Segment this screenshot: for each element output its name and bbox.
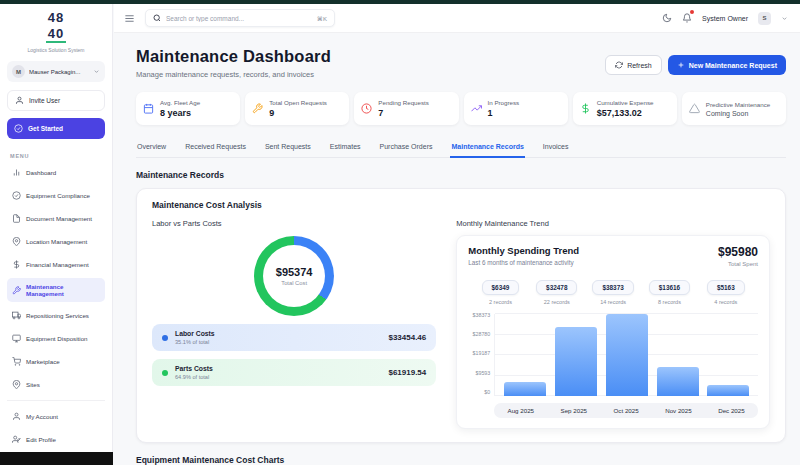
sidebar-item-label: Maintenance Management <box>26 283 100 297</box>
sidebar-item-repositioning-services[interactable]: Repositioning Services <box>7 306 105 325</box>
sidebar: 48 40 Logistics Solution System M Mauser… <box>0 4 113 465</box>
labor-legend-dot <box>162 335 168 341</box>
sidebar-item-sites[interactable]: Sites <box>7 375 105 394</box>
new-request-label: New Maintenance Request <box>689 62 777 69</box>
user-icon <box>15 96 24 105</box>
bar-aug-2025[interactable] <box>504 382 546 396</box>
sidebar-item-my-account[interactable]: My Account <box>7 407 105 426</box>
stat-label: Pending Requests <box>378 99 429 106</box>
total-spent-value: $95980 <box>718 245 758 259</box>
search-icon <box>153 14 161 22</box>
badge-amount[interactable]: $5163 <box>707 280 745 295</box>
stat-label: Cumulative Expense <box>597 99 654 106</box>
invite-user-button[interactable]: Invite User <box>7 90 105 111</box>
labor-parts-donut[interactable]: $95374 Total Cost <box>254 236 334 316</box>
sidebar-item-location-management[interactable]: Location Management <box>7 232 105 251</box>
sidebar-item-marketplace[interactable]: Marketplace <box>7 352 105 371</box>
clock-icon <box>361 103 372 114</box>
trending-up-icon <box>471 103 482 114</box>
tab-overview[interactable]: Overview <box>136 138 167 157</box>
x-tick: Oct 2025 <box>614 407 639 414</box>
y-tick: $9593 <box>476 371 491 376</box>
monitor-icon <box>12 334 21 343</box>
sidebar-item-label: Dashboard <box>26 169 56 176</box>
chevron-down-icon[interactable] <box>781 15 788 22</box>
dark-mode-moon-icon[interactable] <box>662 13 672 23</box>
tab-invoices[interactable]: Invoices <box>542 138 570 157</box>
y-tick: $38373 <box>473 313 491 318</box>
user-avatar[interactable]: S <box>758 12 771 25</box>
get-started-button[interactable]: Get Started <box>7 118 105 139</box>
stat-value: 9 <box>269 108 327 118</box>
bar-dec-2025[interactable] <box>707 385 749 396</box>
refresh-label: Refresh <box>627 62 652 69</box>
tab-received-requests[interactable]: Received Requests <box>184 138 247 157</box>
sidebar-item-edit-profile[interactable]: Edit Profile <box>7 430 105 449</box>
calendar-icon <box>143 103 154 114</box>
tab-estimates[interactable]: Estimates <box>329 138 362 157</box>
invite-user-label: Invite User <box>29 97 60 104</box>
menu-toggle-icon[interactable] <box>124 13 135 24</box>
stat-value: 8 years <box>160 108 200 118</box>
y-tick: $28780 <box>473 332 491 337</box>
stat-label: Predictive Maintenance <box>706 101 770 108</box>
badge-amount[interactable]: $6349 <box>482 280 520 295</box>
sidebar-item-document-management[interactable]: Document Management <box>7 209 105 228</box>
parts-legend-dot <box>162 370 168 376</box>
badge-amount[interactable]: $38373 <box>592 280 633 295</box>
notifications-bell-icon[interactable] <box>682 13 692 23</box>
user-icon <box>12 412 21 421</box>
sidebar-divider <box>7 400 105 401</box>
x-tick: Nov 2025 <box>665 407 692 414</box>
bar-nov-2025[interactable] <box>657 367 699 396</box>
org-selector[interactable]: M Mauser Packagin... <box>7 61 105 82</box>
check-circle-icon <box>14 124 23 133</box>
monthly-spending-trend-card: Monthly Spending Trend Last 6 months of … <box>456 235 770 429</box>
sidebar-item-equipment-compliance[interactable]: Equipment Compliance <box>7 186 105 205</box>
labor-parts-chart-title: Labor vs Parts Costs <box>152 219 436 228</box>
tab-purchase-orders[interactable]: Purchase Orders <box>379 138 434 157</box>
plot-area <box>494 314 758 396</box>
search-input[interactable] <box>166 15 312 22</box>
trend-subtitle: Last 6 months of maintenance activity <box>468 259 579 266</box>
bar-sep-2025[interactable] <box>555 327 597 396</box>
refresh-icon <box>615 61 623 69</box>
stat-card-predictive-maintenance: Predictive MaintenanceComing Soon <box>682 92 786 125</box>
global-search[interactable]: ⌘K <box>145 9 335 27</box>
badge-dec: $5163 4 records <box>698 276 754 305</box>
badge-amount[interactable]: $13616 <box>649 280 690 295</box>
refresh-button[interactable]: Refresh <box>605 55 662 75</box>
total-cost-value: $95374 <box>276 266 313 278</box>
sidebar-item-label: My Account <box>26 413 58 420</box>
x-axis-labels: Aug 2025 Sep 2025 Oct 2025 Nov 2025 Dec … <box>494 403 758 418</box>
sidebar-item-maintenance-management[interactable]: Maintenance Management <box>7 278 105 302</box>
bar-chart-icon <box>12 168 21 177</box>
bar-oct-2025[interactable] <box>606 314 648 396</box>
tab-sent-requests[interactable]: Sent Requests <box>264 138 312 157</box>
sidebar-item-equipment-disposition[interactable]: Equipment Disposition <box>7 329 105 348</box>
badge-records: 2 records <box>472 299 528 305</box>
donut-center: $95374 Total Cost <box>263 245 325 307</box>
badge-records: 14 records <box>585 299 641 305</box>
brand-tagline: Logistics Solution System <box>7 47 105 53</box>
sidebar-item-label: Equipment Compliance <box>26 192 90 199</box>
bars <box>495 314 758 396</box>
stat-card-pending-requests: Pending Requests7 <box>354 92 458 125</box>
sidebar-item-financial-management[interactable]: Financial Management <box>7 255 105 274</box>
labor-costs-row: Labor Costs 35.1% of total $33454.46 <box>152 324 436 351</box>
dashboard-tabs: Overview Received Requests Sent Requests… <box>136 138 786 158</box>
y-tick: $19187 <box>473 351 491 356</box>
sidebar-item-label: Location Management <box>26 238 87 245</box>
parts-costs-label: Parts Costs <box>175 365 213 372</box>
y-tick: $0 <box>484 390 490 395</box>
sidebar-item-dashboard[interactable]: Dashboard <box>7 163 105 182</box>
truck-icon <box>12 311 21 320</box>
stat-cards-row: Avg. Fleet Age8 years Total Open Request… <box>136 92 786 125</box>
stat-card-cumulative-expense: Cumulative Expense$57,133.02 <box>573 92 677 125</box>
new-maintenance-request-button[interactable]: New Maintenance Request <box>668 55 786 75</box>
badge-amount[interactable]: $32478 <box>536 280 577 295</box>
parts-costs-amount: $61919.54 <box>388 368 426 377</box>
maintenance-cost-analysis-card: Maintenance Cost Analysis Labor vs Parts… <box>136 188 786 443</box>
tab-maintenance-records[interactable]: Maintenance Records <box>450 138 524 158</box>
stat-label: In Progress <box>488 99 520 106</box>
